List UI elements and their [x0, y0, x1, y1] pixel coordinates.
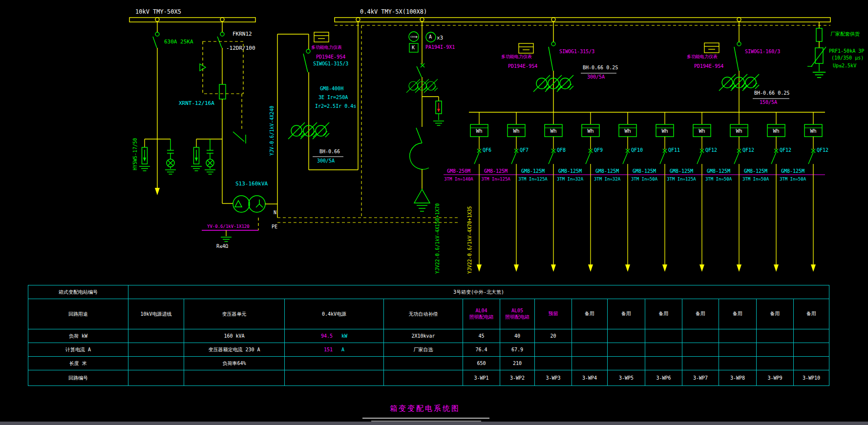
ammeter-glyph: A: [429, 34, 432, 40]
gm8-400h-label3: Ir2=2.5Ir 0.4s: [315, 103, 356, 109]
bus-04kv: [335, 18, 830, 22]
load-val: 40: [500, 329, 535, 343]
wh-meter-label: Wh: [693, 128, 711, 135]
col-circuit: 备用: [794, 299, 829, 329]
col-circuit: 备用: [757, 299, 794, 329]
ground-resistance-label: R≤4Ω: [216, 243, 228, 249]
fkrn12-label: FKRN12: [233, 31, 252, 38]
wh-meter-label: Wh: [767, 128, 785, 135]
length-val: 210: [500, 357, 535, 370]
hy5ws-label: HY5WS-17/50: [132, 138, 138, 170]
gm8-trip-label: 3TM In=140A: [440, 177, 477, 182]
circuit-id: 3-WP5: [608, 370, 645, 386]
n-pe-lines: [202, 218, 459, 242]
circuit-id: 3-WP1: [463, 370, 500, 386]
gm8-trip-label: 3TM In=50A: [774, 177, 811, 182]
spd-vendor-label: 厂家配套供货: [830, 31, 860, 37]
branch-630a: [139, 22, 176, 195]
qf-label: QF12: [742, 147, 754, 153]
gm8-label: GM8-125M: [738, 168, 773, 174]
col-10kv-incoming: 10kV电源进线: [128, 299, 184, 329]
gm8-label: GM8-125M: [552, 168, 588, 174]
col-circuit: 备用: [572, 299, 608, 329]
qf-label: QF12: [705, 147, 717, 153]
gm8-label: GM8-125M: [701, 168, 736, 174]
branch3-siwog-label: SIWOG1-160/3: [745, 49, 780, 55]
incomer-meter-label: 多功能电力仪表: [311, 45, 342, 50]
x3-label: x3: [437, 35, 443, 41]
incomer-ct-label: BH-0.66: [319, 149, 340, 155]
wh-meter-label: Wh: [619, 128, 636, 135]
cosphi-meter-glyph: cosφ: [410, 35, 417, 39]
qf-label: QF12: [780, 147, 791, 153]
gm8-trip-label: 3TM In=50A: [626, 177, 663, 182]
spd-model-label: PRF1-50kA 3P: [829, 48, 864, 54]
load-val: 20: [535, 329, 572, 343]
incomer-ct-ratio: 300/5A: [317, 158, 335, 164]
circuit-id: 3-WP6: [645, 370, 682, 386]
branch2-meter-label: 多功能电力仪表: [501, 54, 532, 59]
branch3-meter-label: 多功能电力仪表: [687, 54, 718, 59]
gm8-trip-label: 3TM In=50A: [737, 177, 774, 182]
gm8-trip-label: 3TM In=32A: [589, 177, 626, 182]
load-comp: 2X10kvar: [384, 329, 463, 343]
wh-meter-label: Wh: [582, 128, 599, 135]
wh-meter-label: Wh: [730, 128, 748, 135]
feeder-cable-label-1: YJV22-0.6/1kV-4X150+1X70: [435, 203, 441, 274]
gm8-label: GM8-125M: [664, 168, 699, 174]
gm8-trip-label: 3TM In=125A: [663, 177, 700, 182]
qf-label: QF10: [631, 147, 643, 153]
qf-label: QF12: [817, 147, 828, 153]
current-comp: 厂家自选: [384, 343, 463, 357]
load-val: 45: [463, 329, 500, 343]
spd-up-label: Up≤2.5kV: [833, 63, 856, 69]
col-circuit: AL04照明配电箱: [463, 299, 500, 329]
row-load-label: 负荷 kW: [28, 329, 128, 343]
bus-04kv-label: 0.4kV TMY-5X(100X8): [360, 9, 427, 16]
circuit-id: 3-WP9: [757, 370, 794, 386]
wh-meter-label: Wh: [470, 128, 488, 135]
gm8-label: GM8-125M: [775, 168, 810, 174]
col-circuit: 备用: [719, 299, 757, 329]
row-length-label: 长度 米: [28, 357, 128, 370]
gm8-400h-label2: 3E Ir=250A: [318, 95, 348, 101]
feeder-symbols: [470, 112, 822, 272]
gm8-label: GM8-125M: [627, 168, 662, 174]
branch2-ct-label: BH-0.66 0.2S: [583, 65, 618, 71]
col-circuit: 备用: [682, 299, 719, 329]
gm8-400h-label: GM8-400H: [320, 86, 343, 92]
circuit-id: 3-WP4: [572, 370, 608, 386]
circuit-id: 3-WP8: [719, 370, 757, 386]
gm8-label: GM8-125M: [478, 168, 513, 174]
fkrn12-label2: -12DR/100: [226, 45, 255, 52]
branch3-ct-ratio: 150/5A: [760, 100, 777, 105]
row-current-label: 计算电流 A: [28, 343, 128, 357]
circuit-id: 3-WP7: [682, 370, 719, 386]
qf-label: QF7: [520, 147, 529, 153]
current-val: 76.4: [463, 343, 500, 357]
load-trafo: 160 kVA: [184, 329, 285, 343]
gm8-trip-label: 3TM In=125A: [477, 177, 514, 182]
gm8-trip-label: 3TM In=125A: [514, 177, 551, 182]
transformer-label: S13-160kVA: [235, 181, 268, 187]
wh-meter-label: Wh: [545, 128, 562, 135]
drawing-title: 箱变变配电系统图: [366, 405, 484, 413]
k-box-glyph: K: [412, 45, 415, 51]
gm8-label: GM8-125M: [590, 168, 625, 174]
bus-10kv: [129, 18, 255, 22]
wh-meter-label: Wh: [804, 128, 822, 135]
load-04kv: 94.5kW: [285, 329, 384, 343]
current-04kv: 151A: [285, 343, 384, 357]
col-circuit: AL05照明配电箱: [500, 299, 535, 329]
breaker-630a-label: 630A 25KA: [164, 39, 193, 45]
col-circuit: 预留: [535, 299, 572, 329]
qf-label: QF11: [668, 147, 680, 153]
row-purpose-label: 回路用途: [28, 299, 128, 329]
branch2-pd194-label: PD194E-9S4: [508, 63, 537, 69]
circuit-table: 箱式变配电站编号 3号箱变(中外-北大荒) 回路用途 10kV电源进线 变压器单…: [28, 285, 829, 386]
lv-cable-label: YJV-0.6/1kV-4X240: [269, 106, 275, 156]
cad-canvas: 10kV TMY-50X5 0.4kV TMY-5X(100X8) 630A 2…: [0, 0, 868, 425]
col-circuit: 备用: [608, 299, 645, 329]
branch3-ct-label: BH-0.66 0.2S: [754, 90, 789, 96]
wh-meter-label: Wh: [508, 128, 525, 135]
